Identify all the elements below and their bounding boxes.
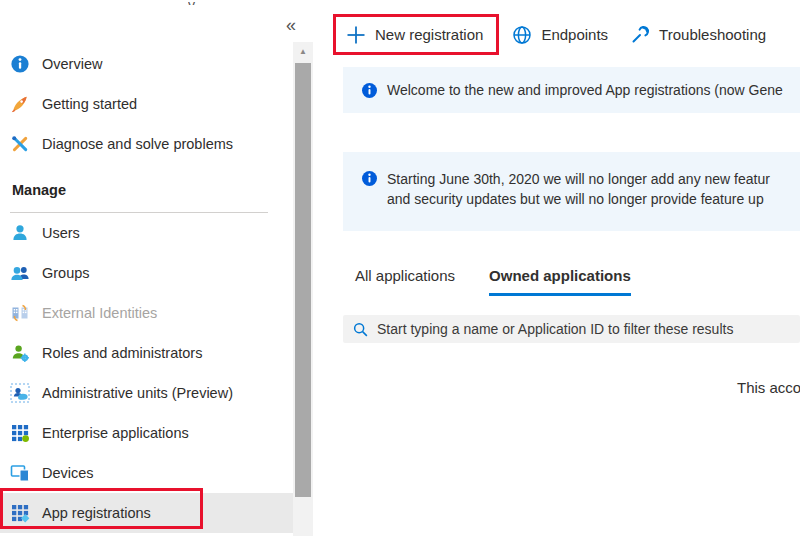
sidebar-item-diagnose[interactable]: Diagnose and solve problems xyxy=(0,124,293,164)
plus-icon xyxy=(346,25,366,45)
sidebar-nav: Overview Getting started Diagnose and so… xyxy=(0,0,293,533)
info-icon xyxy=(362,171,377,186)
sidebar-item-admin-units[interactable]: Administrative units (Preview) xyxy=(0,373,293,413)
sidebar-item-external-identities[interactable]: External Identities xyxy=(0,293,293,333)
sidebar-item-label: Diagnose and solve problems xyxy=(42,136,233,152)
new-registration-button[interactable]: New registration xyxy=(346,25,483,45)
app-registrations-page: y « Overview Getting started Diagnose an xyxy=(0,0,800,536)
new-registration-label: New registration xyxy=(375,26,483,43)
endpoints-button[interactable]: Endpoints xyxy=(512,25,608,45)
sidebar-item-label: Devices xyxy=(42,465,94,481)
sidebar-item-label: Administrative units (Preview) xyxy=(42,385,233,401)
new-registration-red-box: New registration xyxy=(333,14,499,55)
crossed-tools-icon xyxy=(10,134,30,154)
admin-units-icon xyxy=(10,383,30,403)
troubleshooting-label: Troubleshooting xyxy=(659,26,766,43)
sidebar-item-overview[interactable]: Overview xyxy=(0,44,293,84)
sidebar-item-label: App registrations xyxy=(42,505,151,521)
globe-icon xyxy=(512,25,532,45)
sidebar-item-label: Roles and administrators xyxy=(42,345,202,361)
sidebar-item-users[interactable]: Users xyxy=(0,213,293,253)
sidebar: y « Overview Getting started Diagnose an xyxy=(0,0,313,536)
devices-icon xyxy=(10,463,30,483)
wrench-icon xyxy=(630,25,650,45)
account-info-partial-text: This acco xyxy=(737,379,800,396)
application-filter-input[interactable] xyxy=(377,315,800,343)
app-registrations-icon xyxy=(10,503,30,523)
welcome-banner: Welcome to the new and improved App regi… xyxy=(343,67,800,113)
tab-all-applications[interactable]: All applications xyxy=(355,267,455,296)
scrollbar-thumb[interactable] xyxy=(295,63,311,497)
troubleshooting-button[interactable]: Troubleshooting xyxy=(630,25,766,45)
sidebar-item-label: Enterprise applications xyxy=(42,425,189,441)
deprecation-banner-line1: Starting June 30th, 2020 we will no long… xyxy=(387,169,770,189)
info-icon xyxy=(10,54,30,74)
applications-tabs: All applications Owned applications xyxy=(355,267,631,296)
sidebar-item-devices[interactable]: Devices xyxy=(0,453,293,493)
user-icon xyxy=(10,223,30,243)
sidebar-item-roles[interactable]: Roles and administrators xyxy=(0,333,293,373)
roles-icon xyxy=(10,343,30,363)
sidebar-item-label: Users xyxy=(42,225,80,241)
sidebar-item-label: Overview xyxy=(42,56,102,72)
scroll-up-arrow-icon[interactable]: ▲ xyxy=(293,42,313,62)
sidebar-item-enterprise-apps[interactable]: Enterprise applications xyxy=(0,413,293,453)
deprecation-banner-line2: and security updates but we will no long… xyxy=(387,189,770,209)
tab-owned-applications[interactable]: Owned applications xyxy=(489,267,631,296)
sidebar-item-getting-started[interactable]: Getting started xyxy=(0,84,293,124)
sidebar-item-label: Getting started xyxy=(42,96,137,112)
sidebar-item-label: Groups xyxy=(42,265,90,281)
sidebar-item-app-registrations[interactable]: App registrations xyxy=(0,493,293,533)
command-bar: New registration Endpoints Troubleshooti… xyxy=(333,14,766,55)
application-filter-searchbox xyxy=(343,315,800,343)
info-icon xyxy=(362,83,377,98)
endpoints-label: Endpoints xyxy=(541,26,608,43)
sidebar-item-groups[interactable]: Groups xyxy=(0,253,293,293)
search-icon xyxy=(353,322,368,337)
enterprise-apps-icon xyxy=(10,423,30,443)
sidebar-scrollbar[interactable]: ▲ xyxy=(293,42,313,536)
sidebar-section-manage: Manage xyxy=(0,176,293,204)
external-identities-icon xyxy=(10,303,30,323)
sidebar-item-label: External Identities xyxy=(42,305,157,321)
welcome-banner-text: Welcome to the new and improved App regi… xyxy=(387,80,783,100)
group-icon xyxy=(10,263,30,283)
rocket-icon xyxy=(10,94,30,114)
deprecation-banner: Starting June 30th, 2020 we will no long… xyxy=(343,152,800,231)
